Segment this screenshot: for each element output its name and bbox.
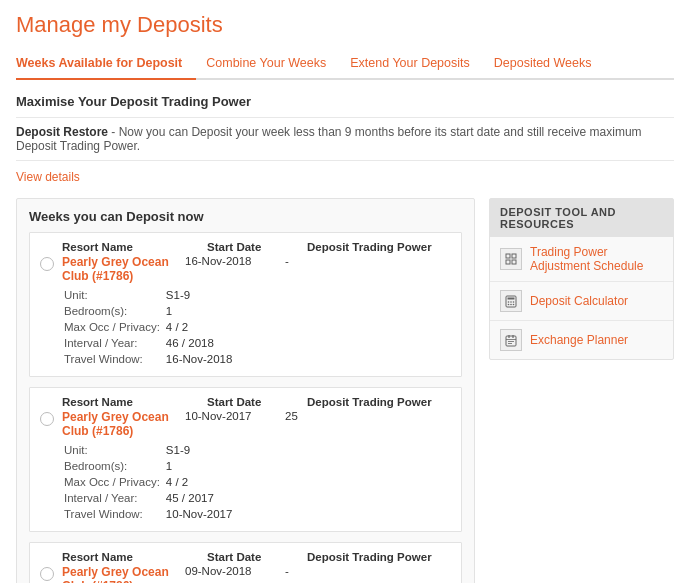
unit-label: Unit: — [64, 288, 164, 302]
page-title: Manage my Deposits — [16, 12, 674, 38]
col-startdate-header-3: Start Date — [207, 551, 307, 563]
resort-name-link-2[interactable]: Pearly Grey Ocean Club (#1786) — [62, 410, 185, 438]
bedrooms-label: Bedroom(s): — [64, 304, 164, 318]
maxocc-label: Max Occ / Privacy: — [64, 320, 164, 334]
tool-item-trading-power[interactable]: Trading Power Adjustment Schedule — [490, 237, 673, 282]
resort-detail-table-2: Unit:S1-9 Bedroom(s):1 Max Occ / Privacy… — [62, 441, 238, 523]
col-headers-3: Resort Name Start Date Deposit Trading P… — [40, 551, 451, 563]
tab-weeks-available[interactable]: Weeks Available for Deposit — [16, 48, 196, 80]
col-resort-header-2: Resort Name — [62, 396, 207, 408]
svg-point-6 — [508, 301, 510, 303]
travelwindow-val-1: 16-Nov-2018 — [166, 352, 236, 366]
resort-radio-3[interactable] — [40, 567, 54, 581]
card-startdate-1: 16-Nov-2018 — [185, 255, 285, 283]
svg-point-9 — [508, 303, 510, 305]
svg-rect-5 — [508, 297, 515, 299]
right-panel: DEPOSIT TOOL AND RESOURCES Trading Power… — [489, 198, 674, 583]
interval-val-1: 46 / 2018 — [166, 336, 236, 350]
resort-card: Resort Name Start Date Deposit Trading P… — [29, 232, 462, 377]
col-resort-header-3: Resort Name — [62, 551, 207, 563]
svg-point-8 — [513, 301, 515, 303]
banner-text: - Now you can Deposit your week less tha… — [16, 125, 642, 153]
col-headers: Resort Name Start Date Deposit Trading P… — [40, 241, 451, 253]
tab-extend-deposits[interactable]: Extend Your Deposits — [350, 48, 484, 80]
view-details-link[interactable]: View details — [16, 170, 80, 184]
deposit-restore-banner: Deposit Restore - Now you can Deposit yo… — [16, 117, 674, 161]
left-panel: Weeks you can Deposit now Resort Name St… — [16, 198, 475, 583]
svg-rect-0 — [506, 254, 510, 258]
svg-point-11 — [513, 303, 515, 305]
resort-card: Resort Name Start Date Deposit Trading P… — [29, 542, 462, 583]
svg-point-7 — [510, 301, 512, 303]
bedrooms-val-1: 1 — [166, 304, 236, 318]
card-data-row-3: Pearly Grey Ocean Club (#1786) 09-Nov-20… — [40, 565, 451, 583]
tab-combine-weeks[interactable]: Combine Your Weeks — [206, 48, 340, 80]
card-startdate-3: 09-Nov-2018 — [185, 565, 285, 583]
section-heading: Maximise Your Deposit Trading Power — [16, 94, 674, 109]
card-dtp-1: - — [285, 255, 451, 283]
interval-label: Interval / Year: — [64, 336, 164, 350]
tool-item-exchange-planner[interactable]: Exchange Planner — [490, 321, 673, 359]
tabs-bar: Weeks Available for Deposit Combine Your… — [16, 48, 674, 80]
card-resort-name-3: Pearly Grey Ocean Club (#1786) — [40, 565, 185, 583]
maxocc-val-1: 4 / 2 — [166, 320, 236, 334]
calc-icon — [500, 290, 522, 312]
weeks-box: Weeks you can Deposit now Resort Name St… — [16, 198, 475, 583]
tool-label-deposit-calc: Deposit Calculator — [530, 294, 628, 308]
svg-point-10 — [510, 303, 512, 305]
resort-detail-table-1: Unit:S1-9 Bedroom(s):1 Max Occ / Privacy… — [62, 286, 238, 368]
col-startdate-header: Start Date — [207, 241, 307, 253]
svg-rect-12 — [506, 336, 516, 346]
card-startdate-2: 10-Nov-2017 — [185, 410, 285, 438]
tab-deposited-weeks[interactable]: Deposited Weeks — [494, 48, 606, 80]
weeks-box-title: Weeks you can Deposit now — [29, 209, 462, 224]
col-startdate-header-2: Start Date — [207, 396, 307, 408]
col-resort-header: Resort Name — [62, 241, 207, 253]
card-data-row-2: Pearly Grey Ocean Club (#1786) 10-Nov-20… — [40, 410, 451, 438]
col-dtp-header-3: Deposit Trading Power — [307, 551, 451, 563]
col-dtp-header: Deposit Trading Power — [307, 241, 451, 253]
tool-label-exchange-planner: Exchange Planner — [530, 333, 628, 347]
resort-radio-1[interactable] — [40, 257, 54, 271]
svg-rect-1 — [512, 254, 516, 258]
unit-val-1: S1-9 — [166, 288, 236, 302]
resort-card: Resort Name Start Date Deposit Trading P… — [29, 387, 462, 532]
grid-icon — [500, 248, 522, 270]
planner-icon — [500, 329, 522, 351]
tools-box: DEPOSIT TOOL AND RESOURCES Trading Power… — [489, 198, 674, 360]
card-resort-name-2: Pearly Grey Ocean Club (#1786) — [40, 410, 185, 438]
card-dtp-2: 25 — [285, 410, 451, 438]
col-dtp-header-2: Deposit Trading Power — [307, 396, 451, 408]
svg-rect-3 — [512, 260, 516, 264]
main-content: Weeks you can Deposit now Resort Name St… — [16, 198, 674, 583]
card-dtp-3: - — [285, 565, 451, 583]
tool-item-deposit-calc[interactable]: Deposit Calculator — [490, 282, 673, 321]
tools-header: DEPOSIT TOOL AND RESOURCES — [490, 199, 673, 237]
resort-name-link-1[interactable]: Pearly Grey Ocean Club (#1786) — [62, 255, 185, 283]
banner-label: Deposit Restore — [16, 125, 108, 139]
travelwindow-label: Travel Window: — [64, 352, 164, 366]
col-headers-2: Resort Name Start Date Deposit Trading P… — [40, 396, 451, 408]
svg-rect-2 — [506, 260, 510, 264]
resort-radio-2[interactable] — [40, 412, 54, 426]
resort-name-link-3[interactable]: Pearly Grey Ocean Club (#1786) — [62, 565, 185, 583]
card-data-row: Pearly Grey Ocean Club (#1786) 16-Nov-20… — [40, 255, 451, 283]
tool-label-trading-power: Trading Power Adjustment Schedule — [530, 245, 663, 273]
card-resort-name: Pearly Grey Ocean Club (#1786) — [40, 255, 185, 283]
